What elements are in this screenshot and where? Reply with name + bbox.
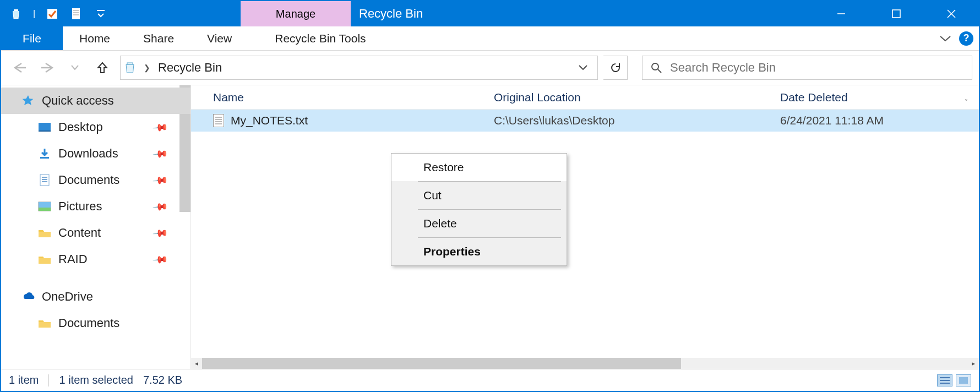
svg-rect-8: [892, 10, 900, 18]
folder-icon: [37, 253, 52, 265]
up-button[interactable]: [95, 60, 110, 75]
column-header-date-deleted[interactable]: Date Deleted˅: [758, 91, 979, 104]
sidebar-item-raid[interactable]: RAID 📌: [1, 246, 190, 273]
column-headers: Name Original Location Date Deleted˅: [191, 85, 979, 110]
file-tab[interactable]: File: [1, 26, 63, 50]
sidebar-item-onedrive[interactable]: OneDrive: [1, 284, 190, 310]
sidebar-item-onedrive-documents[interactable]: Documents: [1, 310, 190, 336]
new-folder-qat-icon[interactable]: [69, 7, 84, 21]
search-icon: [650, 62, 662, 74]
breadcrumb-location[interactable]: Recycle Bin: [158, 61, 222, 75]
search-input[interactable]: [670, 61, 964, 75]
address-bar[interactable]: ❯ Recycle Bin: [120, 56, 598, 80]
scroll-left-icon[interactable]: ◂: [191, 358, 202, 369]
file-list-area: Name Original Location Date Deleted˅ My_…: [191, 85, 979, 369]
file-rows: My_NOTES.txt C:\Users\lukas\Desktop 6/24…: [191, 110, 979, 358]
svg-rect-4: [73, 12, 79, 13]
status-divider: [48, 374, 49, 386]
maximize-button[interactable]: [869, 1, 924, 26]
status-selection: 1 item selected: [59, 374, 133, 386]
qat-separator: |: [33, 9, 35, 19]
context-menu: Restore Cut Delete Properties: [391, 153, 567, 266]
file-name: My_NOTES.txt: [231, 114, 308, 127]
address-dropdown-icon[interactable]: [572, 56, 594, 79]
svg-rect-24: [39, 202, 51, 208]
refresh-button[interactable]: [603, 56, 628, 80]
status-item-count: 1 item: [9, 374, 39, 386]
sidebar-item-desktop[interactable]: Desktop 📌: [1, 114, 190, 140]
recycle-bin-address-icon: [124, 61, 136, 74]
svg-line-15: [658, 69, 661, 73]
navigation-pane: ▴ Quick access Desktop 📌 Downloads 📌: [1, 85, 191, 369]
sidebar-item-label: Documents: [58, 173, 119, 187]
tab-recycle-bin-tools[interactable]: Recycle Bin Tools: [248, 26, 392, 50]
tab-home[interactable]: Home: [63, 26, 127, 50]
desktop-icon: [37, 121, 52, 133]
minimize-button[interactable]: [814, 1, 869, 26]
sort-indicator-icon: ˅: [965, 99, 968, 106]
svg-rect-5: [73, 14, 79, 15]
file-row[interactable]: My_NOTES.txt C:\Users\lukas\Desktop 6/24…: [191, 110, 979, 132]
quick-access-toolbar: |: [1, 7, 108, 21]
quick-access-icon: [21, 95, 35, 107]
column-header-name[interactable]: Name: [191, 91, 472, 104]
horizontal-scrollbar[interactable]: ◂ ▸: [191, 358, 979, 369]
properties-qat-icon[interactable]: [45, 7, 59, 21]
contextual-tab-manage[interactable]: Manage: [241, 1, 351, 26]
svg-rect-25: [39, 208, 51, 211]
documents-icon: [37, 174, 52, 186]
back-button[interactable]: [12, 60, 28, 75]
status-selection-size: 7.52 KB: [143, 374, 182, 386]
pin-icon: 📌: [152, 198, 169, 215]
tab-share[interactable]: Share: [127, 26, 190, 50]
folder-icon: [37, 317, 52, 329]
onedrive-icon: [21, 291, 35, 303]
forward-button[interactable]: [40, 60, 55, 75]
svg-rect-16: [39, 123, 51, 130]
pin-icon: 📌: [152, 145, 169, 162]
window-title: Recycle Bin: [359, 1, 423, 26]
pin-icon: 📌: [152, 172, 169, 189]
scroll-right-icon[interactable]: ▸: [968, 358, 979, 369]
breadcrumb-separator-icon[interactable]: ❯: [141, 63, 153, 72]
svg-rect-21: [42, 179, 47, 180]
svg-rect-3: [73, 10, 79, 11]
context-menu-properties[interactable]: Properties: [391, 238, 567, 265]
sidebar-item-downloads[interactable]: Downloads 📌: [1, 140, 190, 167]
sidebar-item-label: Documents: [58, 316, 119, 330]
context-menu-restore[interactable]: Restore: [391, 154, 567, 181]
ribbon-tabs: File Home Share View Recycle Bin Tools ?: [1, 26, 979, 51]
svg-rect-22: [42, 181, 47, 182]
thumbnails-view-button[interactable]: [956, 374, 971, 386]
title-bar: | Manage Recycle Bin: [1, 1, 979, 26]
search-box[interactable]: [642, 56, 972, 80]
pin-icon: 📌: [152, 251, 169, 268]
sidebar-item-pictures[interactable]: Pictures 📌: [1, 193, 190, 220]
sidebar-item-content[interactable]: Content 📌: [1, 220, 190, 246]
tab-view[interactable]: View: [190, 26, 248, 50]
folder-icon: [37, 227, 52, 239]
sidebar-item-label: OneDrive: [42, 290, 93, 304]
svg-rect-6: [97, 10, 105, 11]
downloads-icon: [37, 148, 52, 160]
close-button[interactable]: [924, 1, 979, 26]
svg-rect-0: [14, 9, 18, 11]
navigation-row: ❯ Recycle Bin: [1, 51, 979, 85]
context-menu-cut[interactable]: Cut: [391, 182, 567, 209]
help-icon[interactable]: ?: [959, 31, 973, 46]
pictures-icon: [37, 200, 52, 213]
sidebar-item-documents[interactable]: Documents 📌: [1, 167, 190, 193]
recent-locations-button[interactable]: [67, 60, 83, 75]
details-view-button[interactable]: [937, 374, 952, 386]
sidebar-item-quick-access[interactable]: Quick access: [1, 88, 190, 114]
context-menu-delete[interactable]: Delete: [391, 210, 567, 237]
scroll-thumb[interactable]: [202, 358, 681, 369]
ribbon-collapse-icon[interactable]: [939, 35, 951, 42]
sidebar-item-label: Quick access: [42, 94, 114, 108]
pin-icon: 📌: [152, 119, 169, 136]
column-header-original-location[interactable]: Original Location: [472, 91, 758, 104]
qat-dropdown-icon[interactable]: [94, 7, 108, 21]
pin-icon: 📌: [152, 225, 169, 242]
file-original-location: C:\Users\lukas\Desktop: [472, 114, 758, 127]
sidebar-item-label: Desktop: [58, 120, 103, 134]
